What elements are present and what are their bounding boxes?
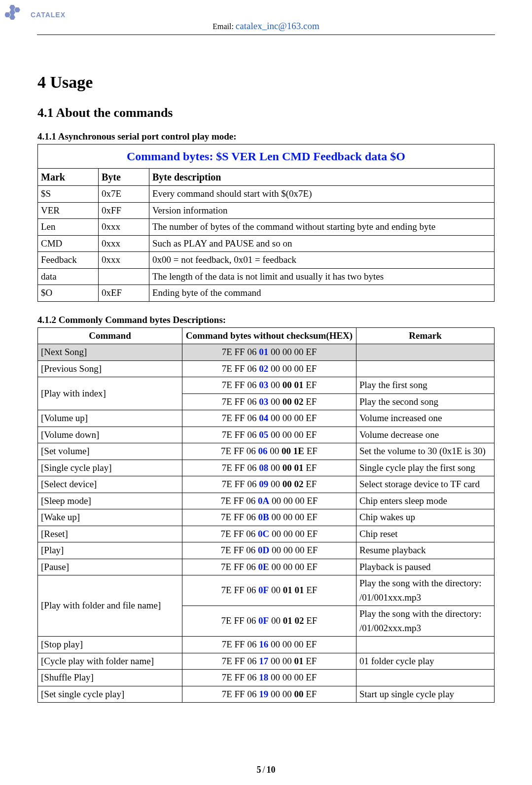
table-row: [Shuffle Play]7E FF 06 18 00 00 00 EF [38, 670, 495, 686]
table-row: [Reset]7E FF 06 0C 00 00 00 EFChip reset [38, 526, 495, 542]
cell-command: [Previous Song] [38, 360, 182, 377]
svg-marker-0 [9, 5, 15, 10]
cell-command: [Next Song] [38, 344, 182, 361]
cell-remark: 01 folder cycle play [356, 653, 495, 670]
table1-title: Command bytes: $S VER Len CMD Feedback d… [38, 144, 495, 169]
table-row: Len0xxxThe number of bytes of the comman… [38, 219, 495, 236]
cell-command: [Select device] [38, 476, 182, 493]
subsection-title: 4.1 About the commands [37, 106, 495, 120]
cell-byte: 0xxx [99, 252, 149, 269]
table2-header-remark: Remark [356, 327, 495, 344]
cell-bytes: 7E FF 06 02 00 00 00 EF [182, 360, 356, 377]
section-title: 4 Usage [37, 73, 495, 92]
table1-header-mark: Mark [38, 169, 99, 186]
cell-mark: $O [38, 285, 99, 302]
cell-remark: Select storage device to TF card [356, 476, 495, 493]
table-row: [Next Song]7E FF 06 01 00 00 00 EF [38, 344, 495, 361]
cell-desc: Version information [149, 202, 495, 219]
cell-bytes: 7E FF 06 09 00 00 02 EF [182, 476, 356, 493]
cell-command: [Volume down] [38, 427, 182, 443]
cell-mark: $S [38, 186, 99, 203]
cell-byte [99, 268, 149, 285]
cell-bytes: 7E FF 06 05 00 00 00 EF [182, 427, 356, 443]
cell-command: [Sleep mode] [38, 493, 182, 509]
cell-desc: 0x00 = not feedback, 0x01 = feedback [149, 252, 495, 269]
cell-command: [Reset] [38, 526, 182, 542]
page-header: CATALEX Email: catalex_inc@163.com [0, 0, 532, 44]
cell-remark: Play the first song [356, 377, 495, 394]
page-sep: / [261, 765, 266, 775]
cell-desc: Such as PLAY and PAUSE and so on [149, 235, 495, 252]
cell-bytes: 7E FF 06 17 00 00 01 EF [182, 653, 356, 670]
cell-mark: CMD [38, 235, 99, 252]
cell-remark [356, 344, 495, 361]
table-row: dataThe length of the data is not limit … [38, 268, 495, 285]
cell-bytes: 7E FF 06 01 00 00 00 EF [182, 344, 356, 361]
command-format-table: Command bytes: $S VER Len CMD Feedback d… [37, 144, 495, 302]
table-row: [Single cycle play]7E FF 06 08 00 00 01 … [38, 460, 495, 476]
page-footer: 5/10 [0, 765, 532, 775]
cell-remark: Chip reset [356, 526, 495, 542]
cell-mark: Len [38, 219, 99, 236]
cell-bytes: 7E FF 06 04 00 00 00 EF [182, 410, 356, 427]
cell-command: [Set volume] [38, 443, 182, 460]
email-value: catalex_inc@163.com [236, 21, 319, 31]
cell-bytes: 7E FF 06 0B 00 00 00 EF [182, 509, 356, 526]
table-row: [Select device]7E FF 06 09 00 00 02 EFSe… [38, 476, 495, 493]
cell-remark: Start up single cycle play [356, 686, 495, 703]
cell-command: [Stop play] [38, 637, 182, 653]
cell-bytes: 7E FF 06 16 00 00 00 EF [182, 637, 356, 653]
cell-bytes: 7E FF 06 06 00 00 1E EF [182, 443, 356, 460]
table-row: [Play with folder and file name]7E FF 06… [38, 575, 495, 606]
cell-command: [Set single cycle play] [38, 686, 182, 703]
cell-bytes: 7E FF 06 0D 00 00 00 EF [182, 542, 356, 559]
svg-marker-3 [5, 12, 10, 17]
cell-byte: 0xxx [99, 219, 149, 236]
subsubsection-1: 4.1.1 Asynchronous serial port control p… [37, 131, 495, 142]
cell-desc: Ending byte of the command [149, 285, 495, 302]
cell-remark: Chip wakes up [356, 509, 495, 526]
table-row: [Set single cycle play]7E FF 06 19 00 00… [38, 686, 495, 703]
svg-marker-4 [9, 15, 15, 20]
table-row: $S0x7EEvery command should start with $(… [38, 186, 495, 203]
table-row: [Volume down]7E FF 06 05 00 00 00 EFVolu… [38, 427, 495, 443]
cell-command: [Cycle play with folder name] [38, 653, 182, 670]
cell-byte: 0x7E [99, 186, 149, 203]
cell-remark: Playback is paused [356, 559, 495, 575]
table1-header-desc: Byte description [149, 169, 495, 186]
cell-desc: The length of the data is not limit and … [149, 268, 495, 285]
svg-marker-1 [14, 7, 20, 12]
cell-remark: Play the song with the directory: /01/00… [356, 606, 495, 637]
cell-remark: Play the song with the directory: /01/00… [356, 575, 495, 606]
table-row: [Play]7E FF 06 0D 00 00 00 EFResume play… [38, 542, 495, 559]
cell-bytes: 7E FF 06 0F 00 01 01 EF [182, 575, 356, 606]
table-row: [Stop play]7E FF 06 16 00 00 00 EF [38, 637, 495, 653]
table-row: [Previous Song]7E FF 06 02 00 00 00 EF [38, 360, 495, 377]
table-row: $O0xEFEnding byte of the command [38, 285, 495, 302]
table-row: [Pause]7E FF 06 0E 00 00 00 EFPlayback i… [38, 559, 495, 575]
brand-text: CATALEX [31, 11, 66, 19]
cell-command: [Play with folder and file name] [38, 575, 182, 637]
cell-mark: data [38, 268, 99, 285]
subsubsection-2: 4.1.2 Commonly Command bytes Description… [37, 315, 495, 325]
email-label: Email: [213, 22, 236, 31]
cell-command: [Shuffle Play] [38, 670, 182, 686]
cell-bytes: 7E FF 06 18 00 00 00 EF [182, 670, 356, 686]
cell-remark [356, 360, 495, 377]
table-row: [Cycle play with folder name]7E FF 06 17… [38, 653, 495, 670]
cell-remark: Chip enters sleep mode [356, 493, 495, 509]
cell-mark: VER [38, 202, 99, 219]
cell-command: [Volume up] [38, 410, 182, 427]
table2-header-command: Command [38, 327, 182, 344]
svg-marker-2 [9, 10, 15, 15]
table2-header-bytes: Command bytes without checksum(HEX) [182, 327, 356, 344]
cell-command: [Pause] [38, 559, 182, 575]
table-row: [Volume up]7E FF 06 04 00 00 00 EFVolume… [38, 410, 495, 427]
cell-bytes: 7E FF 06 0E 00 00 00 EF [182, 559, 356, 575]
cell-command: [Single cycle play] [38, 460, 182, 476]
cell-command: [Play] [38, 542, 182, 559]
cell-bytes: 7E FF 06 03 00 00 01 EF [182, 377, 356, 394]
cell-remark: Volume decrease one [356, 427, 495, 443]
cell-remark [356, 637, 495, 653]
email-line: Email: catalex_inc@163.com [0, 21, 532, 32]
